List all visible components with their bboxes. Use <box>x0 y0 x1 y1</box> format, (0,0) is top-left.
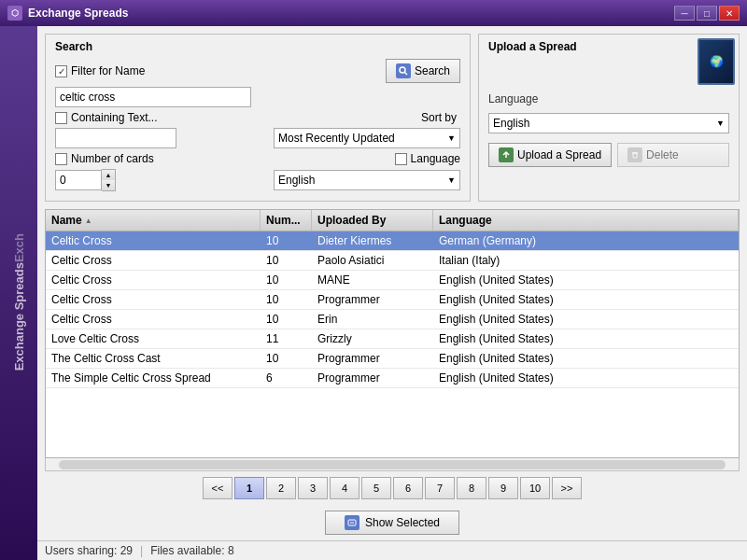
top-section: Search Filter for Name <box>37 26 747 209</box>
search-panel-title: Search <box>55 40 460 53</box>
filter-name-checkbox-label[interactable]: Filter for Name <box>55 64 145 77</box>
maximize-button[interactable]: □ <box>697 6 717 21</box>
upload-language-chevron: ▼ <box>716 119 725 128</box>
upload-icon <box>499 147 514 162</box>
show-selected-button[interactable]: Show Selected <box>325 511 459 535</box>
td-num: 10 <box>261 231 312 250</box>
title-bar: ⬡ Exchange Spreads ─ □ ✕ <box>0 0 747 26</box>
search-input[interactable] <box>55 87 251 107</box>
containing-text-checkbox[interactable] <box>55 112 67 124</box>
search-panel: Search Filter for Name <box>45 34 471 202</box>
sort-by-select[interactable]: Most Recently Updated ▼ <box>274 128 460 148</box>
table-row[interactable]: Love Celtic Cross 11 Grizzly English (Un… <box>46 329 739 349</box>
td-num: 10 <box>261 290 312 309</box>
num-cards-checkbox[interactable] <box>55 153 67 165</box>
td-language: English (United States) <box>433 310 739 329</box>
title-bar-left: ⬡ Exchange Spreads <box>7 6 128 21</box>
th-language[interactable]: Language <box>433 210 739 231</box>
td-uploaded-by: Erin <box>312 310 433 329</box>
status-divider: | <box>140 544 143 557</box>
page-btn[interactable]: 1 <box>234 477 264 499</box>
sort-by-value: Most Recently Updated <box>278 132 395 145</box>
th-uploaded-by[interactable]: Uploaded By <box>312 210 433 231</box>
content-area: Search Filter for Name <box>37 26 747 560</box>
upload-language-select[interactable]: English ▼ <box>488 113 729 133</box>
td-uploaded-by: Grizzly <box>312 329 433 348</box>
td-num: 10 <box>261 310 312 329</box>
table-row[interactable]: Celtic Cross 10 Dieter Kiermes German (G… <box>46 231 739 251</box>
page-btn[interactable]: 3 <box>298 477 328 499</box>
show-selected-bar: Show Selected <box>37 505 747 540</box>
containing-text-label: Containing Text... <box>71 111 158 124</box>
num-cards-up[interactable]: ▲ <box>102 170 115 180</box>
language-checkbox-label[interactable]: Language <box>395 152 460 165</box>
th-name[interactable]: Name ▲ <box>46 210 261 231</box>
delete-button-label: Delete <box>646 148 679 161</box>
window-controls[interactable]: ─ □ ✕ <box>674 6 740 21</box>
td-language: English (United States) <box>433 349 739 368</box>
num-lang-input-row: ▲ ▼ English ▼ <box>55 169 460 191</box>
num-cards-input[interactable] <box>55 170 102 190</box>
page-btn[interactable]: 6 <box>393 477 423 499</box>
td-name: Celtic Cross <box>46 231 261 250</box>
horizontal-scrollbar[interactable] <box>45 458 740 471</box>
table-row[interactable]: The Simple Celtic Cross Spread 6 Program… <box>46 369 739 388</box>
num-cards-label: Number of cards <box>71 152 154 165</box>
sort-by-chevron: ▼ <box>447 133 456 143</box>
language-checkbox[interactable] <box>395 153 407 165</box>
page-btn[interactable]: 10 <box>520 477 550 499</box>
td-name: Celtic Cross <box>46 310 261 329</box>
page-btn[interactable]: 8 <box>457 477 486 499</box>
td-uploaded-by: Programmer <box>312 290 433 309</box>
num-cards-checkbox-label[interactable]: Number of cards <box>55 152 154 165</box>
page-first[interactable]: << <box>203 477 233 499</box>
page-btn[interactable]: 9 <box>488 477 518 499</box>
td-name: Celtic Cross <box>46 251 261 270</box>
td-language: Italian (Italy) <box>433 251 739 270</box>
page-btn[interactable]: 2 <box>266 477 296 499</box>
upload-button[interactable]: Upload a Spread <box>488 143 612 167</box>
td-name: Love Celtic Cross <box>46 329 261 348</box>
minimize-button[interactable]: ─ <box>674 6 695 21</box>
td-language: German (Germany) <box>433 231 739 250</box>
th-num[interactable]: Num... <box>261 210 312 231</box>
td-num: 11 <box>261 329 312 348</box>
search-button[interactable]: Search <box>386 59 460 83</box>
page-btn[interactable]: 4 <box>330 477 359 499</box>
td-language: English (United States) <box>433 271 739 289</box>
delete-button[interactable]: Delete <box>617 143 729 167</box>
upload-panel-title: Upload a Spread <box>488 40 577 53</box>
td-uploaded-by: Paolo Asiatici <box>312 251 433 270</box>
num-lang-row: Number of cards Language <box>55 152 460 165</box>
table-row[interactable]: Celtic Cross 10 MANE English (United Sta… <box>46 271 739 290</box>
containing-row: Containing Text... Sort by <box>55 111 460 124</box>
filter-name-label: Filter for Name <box>71 64 145 77</box>
delete-icon <box>627 147 642 162</box>
search-icon <box>396 63 411 78</box>
table-row[interactable]: Celtic Cross 10 Programmer English (Unit… <box>46 290 739 310</box>
table-row[interactable]: The Celtic Cross Cast 10 Programmer Engl… <box>46 349 739 369</box>
world-icon: 🌍 <box>710 55 724 68</box>
scrollbar-thumb[interactable] <box>59 460 726 469</box>
table-row[interactable]: Celtic Cross 10 Erin English (United Sta… <box>46 310 739 329</box>
language-select[interactable]: English ▼ <box>274 170 460 190</box>
search-button-label: Search <box>415 64 450 77</box>
td-name: The Simple Celtic Cross Spread <box>46 369 261 387</box>
upload-btn-row: Upload a Spread Delete <box>488 143 729 167</box>
language-value: English <box>278 174 315 187</box>
page-btn[interactable]: 5 <box>361 477 391 499</box>
num-cards-down[interactable]: ▼ <box>102 180 115 190</box>
page-btn[interactable]: 7 <box>425 477 455 499</box>
app-icon: ⬡ <box>7 6 22 21</box>
app-title: Exchange Spreads <box>28 7 128 20</box>
containing-text-input[interactable] <box>55 128 176 148</box>
table-row[interactable]: Celtic Cross 10 Paolo Asiatici Italian (… <box>46 251 739 271</box>
containing-text-checkbox-label[interactable]: Containing Text... <box>55 111 158 124</box>
td-name: Celtic Cross <box>46 271 261 289</box>
sort-by-label: Sort by <box>421 111 457 124</box>
close-button[interactable]: ✕ <box>719 6 740 21</box>
td-num: 6 <box>261 369 312 387</box>
page-last[interactable]: >> <box>552 477 582 499</box>
td-uploaded-by: Programmer <box>312 349 433 368</box>
filter-name-checkbox[interactable] <box>55 65 67 77</box>
